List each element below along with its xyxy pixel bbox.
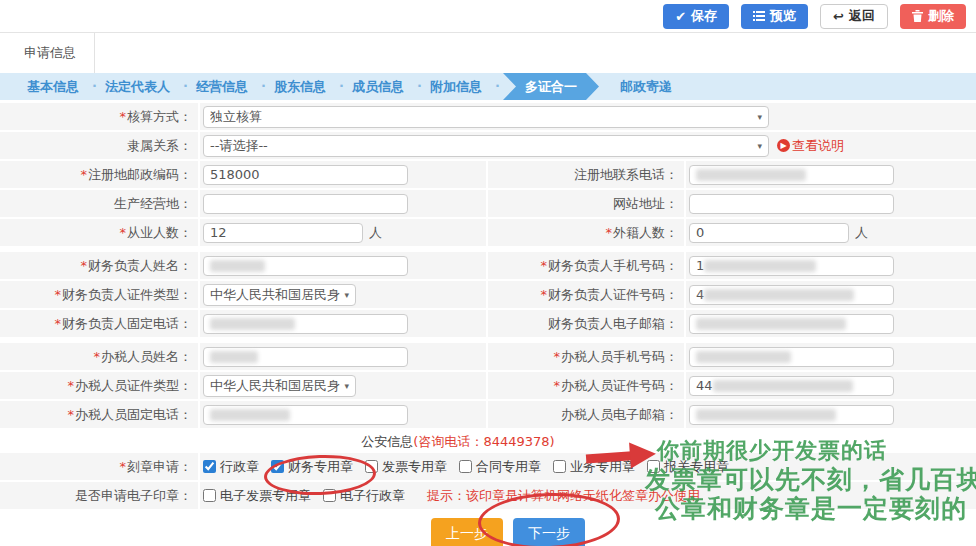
postcode-label: 注册地邮政编码： xyxy=(88,166,192,184)
row-tax-idtype-idno: *办税人员证件类型： 中华人民共和国居民身份证 ▾ *办税人员证件号码： 44 xyxy=(0,372,976,399)
chevron-down-icon: ▾ xyxy=(344,381,349,391)
seal-checkbox-finance[interactable] xyxy=(271,460,284,473)
preview-label: 预览 xyxy=(770,7,796,25)
seal-checkbox-invoice[interactable] xyxy=(365,460,378,473)
row-finance-tel-email: *财务负责人固定电话： 财务负责人电子邮箱： xyxy=(0,310,976,337)
fin-mobile-label: 财务负责人手机号码： xyxy=(548,257,678,275)
row-bizplace-website: 生产经营地： 网站地址： xyxy=(0,190,976,217)
row-finance-name-mobile: *财务负责人姓名： *财务负责人手机号码： 1 xyxy=(0,252,976,279)
wizard-footer: 上一步 下一步 xyxy=(20,511,976,546)
accounting-method-select[interactable]: 独立核算 ▾ xyxy=(203,106,769,128)
delete-label: 删除 xyxy=(928,7,954,25)
back-button[interactable]: ↩ 返回 xyxy=(820,4,888,29)
trash-icon xyxy=(912,10,923,22)
fin-name-input[interactable] xyxy=(203,256,408,276)
tax-mobile-input[interactable] xyxy=(689,347,894,367)
chevron-down-icon: ▾ xyxy=(344,290,349,300)
police-phone-text: (咨询电话：84449378) xyxy=(413,433,554,451)
seal-option-invoice[interactable]: 发票专用章 xyxy=(365,458,447,476)
step-postal-delivery[interactable]: 邮政寄递 xyxy=(607,78,685,96)
eseal-option-administrative[interactable]: 电子行政章 xyxy=(323,487,405,505)
return-arrow-icon: ↩ xyxy=(833,9,844,24)
seal-checkbox-administrative[interactable] xyxy=(203,460,216,473)
eseal-hint: 提示：该印章是计算机网络无纸化签章办公使用 xyxy=(427,487,700,505)
tax-email-label: 办税人员电子邮箱： xyxy=(561,406,678,424)
step-nav: 基本信息 法定代表人 经营信息 股东信息 成员信息 附加信息 多证合一 邮政寄递 xyxy=(0,73,976,100)
toolbar: ✔ 保存 预览 ↩ 返回 删除 xyxy=(0,0,976,33)
eseal-checkbox-invoice[interactable] xyxy=(203,489,216,502)
chevron-down-icon: ▾ xyxy=(757,141,762,151)
affiliation-select[interactable]: --请选择-- ▾ xyxy=(203,135,769,157)
seal-option-business[interactable]: 业务专用章 xyxy=(553,458,635,476)
tax-idno-input[interactable]: 44 xyxy=(689,376,894,396)
preview-button[interactable]: 预览 xyxy=(741,4,808,29)
delete-button[interactable]: 删除 xyxy=(900,4,966,29)
fin-tel-label: 财务负责人固定电话： xyxy=(62,315,192,333)
next-step-button[interactable]: 下一步 xyxy=(513,518,585,546)
affiliation-label: 隶属关系： xyxy=(127,137,192,155)
eseal-checkbox-administrative[interactable] xyxy=(323,489,336,502)
website-input[interactable] xyxy=(689,194,894,214)
application-form: *核算方式： 独立核算 ▾ 隶属关系： --请选择-- ▾ ▶查看说明 *注册地… xyxy=(0,103,976,546)
seal-checkbox-customs[interactable] xyxy=(647,460,660,473)
list-icon xyxy=(753,10,765,22)
eseal-label: 是否申请电子印章： xyxy=(75,487,192,505)
chevron-down-icon: ▾ xyxy=(757,112,762,122)
seal-checkbox-business[interactable] xyxy=(553,460,566,473)
tab-application-info[interactable]: 申请信息 xyxy=(6,33,95,73)
masked-value xyxy=(713,380,853,392)
tax-idtype-select[interactable]: 中华人民共和国居民身份证 ▾ xyxy=(203,375,356,397)
row-accounting-method: *核算方式： 独立核算 ▾ xyxy=(0,103,976,130)
step-shareholder-info[interactable]: 股东信息 xyxy=(261,78,339,96)
employees-unit: 人 xyxy=(369,224,382,242)
eseal-option-invoice[interactable]: 电子发票专用章 xyxy=(203,487,311,505)
biz-place-input[interactable] xyxy=(203,194,408,214)
fin-name-label: 财务负责人姓名： xyxy=(88,257,192,275)
employees-input[interactable] xyxy=(203,223,363,243)
masked-value xyxy=(696,351,791,363)
row-finance-idtype-idno: *财务负责人证件类型： 中华人民共和国居民身份证 ▾ *财务负责人证件号码： 4 xyxy=(0,281,976,308)
fin-idno-input[interactable]: 4 xyxy=(689,285,894,305)
masked-value xyxy=(210,260,265,272)
row-eseal-application: 是否申请电子印章： 电子发票专用章 电子行政章 提示：该印章是计算机网络无纸化签… xyxy=(0,482,976,509)
seal-checkbox-contract[interactable] xyxy=(459,460,472,473)
fin-email-input[interactable] xyxy=(689,314,894,334)
row-postcode-phone: *注册地邮政编码： 注册地联系电话： xyxy=(0,161,976,188)
step-additional-info[interactable]: 附加信息 xyxy=(417,78,495,96)
save-label: 保存 xyxy=(691,7,717,25)
step-member-info[interactable]: 成员信息 xyxy=(339,78,417,96)
previous-step-button[interactable]: 上一步 xyxy=(431,518,503,546)
fin-mobile-input[interactable]: 1 xyxy=(689,256,894,276)
fin-idno-label: 财务负责人证件号码： xyxy=(548,286,678,304)
fin-tel-input[interactable] xyxy=(203,314,408,334)
seal-option-finance[interactable]: 财务专用章 xyxy=(271,458,353,476)
postcode-input[interactable] xyxy=(203,165,408,185)
save-button[interactable]: ✔ 保存 xyxy=(663,4,729,29)
reg-phone-input[interactable] xyxy=(689,165,894,185)
seal-label: 刻章申请： xyxy=(127,458,192,476)
tax-tel-input[interactable] xyxy=(203,405,408,425)
tax-name-input[interactable] xyxy=(203,347,408,367)
back-label: 返回 xyxy=(849,7,875,25)
tax-email-input[interactable] xyxy=(689,405,894,425)
masked-value xyxy=(704,289,854,301)
seal-option-contract[interactable]: 合同专用章 xyxy=(459,458,541,476)
step-multi-certificate-active[interactable]: 多证合一 xyxy=(503,73,599,100)
seal-option-customs[interactable]: 报关专用章 xyxy=(647,458,729,476)
step-business-info[interactable]: 经营信息 xyxy=(183,78,261,96)
row-tax-name-mobile: *办税人员姓名： *办税人员手机号码： xyxy=(0,343,976,370)
website-label: 网站地址： xyxy=(613,195,678,213)
accounting-method-label: 核算方式： xyxy=(127,108,192,126)
reg-phone-label: 注册地联系电话： xyxy=(574,166,678,184)
step-legal-representative[interactable]: 法定代表人 xyxy=(92,78,183,96)
tax-tel-label: 办税人员固定电话： xyxy=(75,406,192,424)
tax-mobile-label: 办税人员手机号码： xyxy=(561,348,678,366)
help-arrow-icon: ▶ xyxy=(777,139,790,152)
fin-idtype-select[interactable]: 中华人民共和国居民身份证 ▾ xyxy=(203,284,356,306)
step-basic-info[interactable]: 基本信息 xyxy=(14,78,92,96)
seal-option-administrative[interactable]: 行政章 xyxy=(203,458,259,476)
foreigners-input[interactable] xyxy=(689,223,849,243)
view-instructions-link[interactable]: ▶查看说明 xyxy=(777,137,844,155)
fin-email-label: 财务负责人电子邮箱： xyxy=(548,315,678,333)
row-employees-foreigners: *从业人数： 人 *外籍人数： 人 xyxy=(0,219,976,246)
